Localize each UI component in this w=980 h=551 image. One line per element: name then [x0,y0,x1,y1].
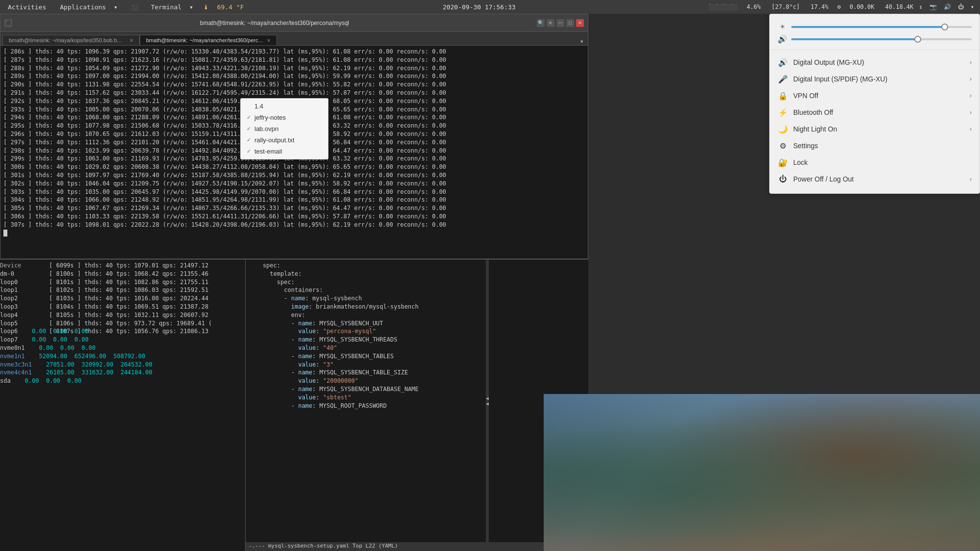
device-row: sda 0.00 0.00 0.00 [0,377,49,385]
panel-divider-1 [770,50,980,50]
device-row: nvme4c4n1 26105.00 331632.00 244184.00 [0,368,49,377]
vim-line: - name: MYSQL_ROOT_PASSWORD [249,402,585,410]
device-row: nvme0n1 0.00 0.00 0.00 [0,344,49,352]
search-btn[interactable]: 🔍 [537,19,545,27]
topbar: Activities Applications ▾ ⬛ Terminal ▾ 🌡… [0,0,980,14]
tab1-label: bmath@timesink: ~/maya/kops/test350.bob.… [9,37,126,43]
terminal-line: [ 306s ] thds: 40 tps: 1103.33 qps: 2213… [3,212,585,221]
device-row: loop2 [0,294,49,303]
vim-editor[interactable]: spec: template: spec: containers: - name… [245,259,588,551]
device-row: nvme1n1 52094.00 652496.00 508792.00 [0,352,49,361]
menu-btn[interactable]: ≡ [547,19,554,27]
digital-input-arrow: › [970,76,972,82]
sysbench-line: [ 8105s ] thds: 40 tps: 1032.11 qps: 206… [49,311,245,319]
tab2-close[interactable]: ✕ [267,38,271,43]
digital-input-label: Digital Input (S/PDIF) (MG-XU) [793,75,970,83]
device-col-header: Device [0,262,49,270]
device-row: dm-0 [0,270,49,278]
dropdown-item[interactable]: ✓ test-email [241,146,328,157]
vim-line: - name: mysql-sysbench [249,294,585,303]
terminal-tab-1[interactable]: bmath@timesink: ~/maya/kops/test350.bob.… [2,35,140,45]
digital-output-label: Digital Output (MG-XU) [793,58,970,66]
system-panel: ☀ 🔊 🔊 Digital Output (MG-XU) › 🎤 Digital… [769,14,980,194]
terminal-line: [ 290s ] thds: 40 tps: 1131.98 qps: 2255… [3,80,585,89]
settings-label: Settings [793,142,972,150]
vim-line: value: "3" [249,361,585,369]
vim-line: spec: [249,278,585,287]
tab2-label: bmath@timesink: ~/maya/rancher/test360/p… [146,37,264,43]
volume-icon: 🔊 [778,34,787,44]
vpn-off-arrow: › [970,92,972,99]
terminal-tabs: bmath@timesink: ~/maya/kops/test350.bob.… [0,32,588,46]
dropdown-item[interactable]: ✓ rally-output.txt [241,134,328,146]
vim-line: value: "20000000" [249,377,585,385]
bluetooth-off-arrow: › [970,109,972,116]
terminal-titlebar: ⬛ bmath@timesink: ~/maya/rancher/test360… [0,14,588,32]
sysbench-line: [ 8106s ] thds: 40 tps: 973.72 qps: 1968… [49,319,245,328]
night-light-on-arrow: › [970,126,972,132]
vim-line: value: "40" [249,344,585,352]
dropdown-item[interactable]: ✓ jeffry-notes [241,112,328,123]
maximize-btn[interactable]: □ [566,19,574,27]
sysbench-line: [ 8102s ] thds: 40 tps: 1086.03 qps: 215… [49,286,245,294]
panel-item-bluetooth-off[interactable]: ⚡ Bluetooth Off › [770,104,980,121]
dropdown-item[interactable]: 1.4 [241,101,328,112]
bottom-terminal[interactable]: [ 6099s ] thds: 40 tps: 1079.01 qps: 214… [0,259,245,551]
dropdown-item[interactable]: ✓ lab.ovpn [241,123,328,134]
screenshot-icon[interactable]: 📷 [928,3,939,10]
device-row: loop3 [0,303,49,311]
terminal-btn[interactable]: ⬛ Terminal ▾ [124,2,197,12]
sysbench-line: [ 8101s ] thds: 40 tps: 1082.86 qps: 217… [49,278,245,287]
vim-content: spec: template: spec: containers: - name… [246,260,588,412]
terminal-line: [ 304s ] thds: 40 tps: 1066.00 qps: 2124… [3,196,585,204]
sysbench-line: [ 8100s ] thds: 40 tps: 1068.42 qps: 213… [49,270,245,278]
terminal-line: [ 286s ] thds: 40 tps: 1096.39 qps: 2190… [3,48,585,56]
panel-item-digital-output[interactable]: 🔊 Digital Output (MG-XU) › [770,54,980,71]
speaker-icon[interactable]: 🔊 [942,3,953,10]
terminal-icon-btn[interactable]: ⬛ [4,19,12,27]
panel-item-lock[interactable]: 🔐 Lock [770,154,980,171]
terminal-line: [ 287s ] thds: 40 tps: 1090.91 qps: 2162… [3,56,585,64]
sysbench-line: [ 6099s ] thds: 40 tps: 1079.01 qps: 214… [49,262,245,270]
panel-item-settings[interactable]: ⚙ Settings [770,137,980,154]
device-row: loop6 0.00 0.00 0.00 [0,327,49,336]
panel-sliders: ☀ 🔊 [770,18,980,48]
datetime-display: 2020-09-30 17:56:33 [443,3,516,11]
power-icon[interactable]: ⏻ [956,3,966,10]
digital-output-icon: 🔊 [778,57,788,68]
volume-slider[interactable] [791,38,972,40]
vim-line: - name: MYSQL_SYSBENCH_THREADS [249,336,585,344]
panel-item-night-light-on[interactable]: 🌙 Night Light On › [770,121,980,137]
device-row: loop1 [0,286,49,294]
lock-icon: 🔐 [778,157,788,168]
terminal-line: [ 302s ] thds: 40 tps: 1046.04 qps: 2120… [3,180,585,188]
tab-dropdown-btn[interactable]: ▾ [580,37,584,45]
terminal-line: [ 288s ] thds: 40 tps: 1054.09 qps: 2127… [3,64,585,73]
settings-icon: ⚙ [778,140,788,151]
tab1-close[interactable]: ✕ [129,38,133,43]
terminal-cursor [3,229,585,237]
vim-line: - name: MYSQL_SYSBENCH_TABLE_SIZE [249,368,585,377]
panel-item-power-off-log-out[interactable]: ⏻ Power Off / Log Out › [770,171,980,187]
applications-btn[interactable]: Applications ▾ [52,2,122,12]
power-off-log-out-icon: ⏻ [778,174,788,184]
cpu-percent: 4.6% [743,3,765,10]
terminal-title: bmath@timesink: ~/maya/rancher/test360/p… [14,20,535,26]
device-row: nvme3c3n1 27051.00 320992.00 264532.00 [0,361,49,369]
vim-scroll-indicator: ◀◀ [485,395,490,406]
vim-line: - name: MYSQL_SYSBENCH_DATABASE_NAME [249,385,585,394]
vim-line: spec: [249,262,585,270]
settings-icon[interactable]: ⚙ [835,3,843,10]
close-btn[interactable]: ✕ [576,19,584,27]
vim-status-text: -.--- mysql-sysbench-setup.yaml Top L22 … [249,543,398,551]
activities-btn[interactable]: Activities [4,2,50,12]
night-light-on-label: Night Light On [793,125,970,133]
terminal-line: [ 307s ] thds: 40 tps: 1098.01 qps: 2202… [3,221,585,229]
brightness-slider[interactable] [791,26,972,28]
device-row: loop5 [0,319,49,328]
panel-item-vpn-off[interactable]: 🔒 VPN Off › [770,87,980,104]
tray-menu-icon[interactable]: ▾ [969,3,976,10]
terminal-tab-2[interactable]: bmath@timesink: ~/maya/rancher/test360/p… [140,35,277,45]
panel-item-digital-input[interactable]: 🎤 Digital Input (S/PDIF) (MG-XU) › [770,71,980,87]
minimize-btn[interactable]: ─ [556,19,564,27]
